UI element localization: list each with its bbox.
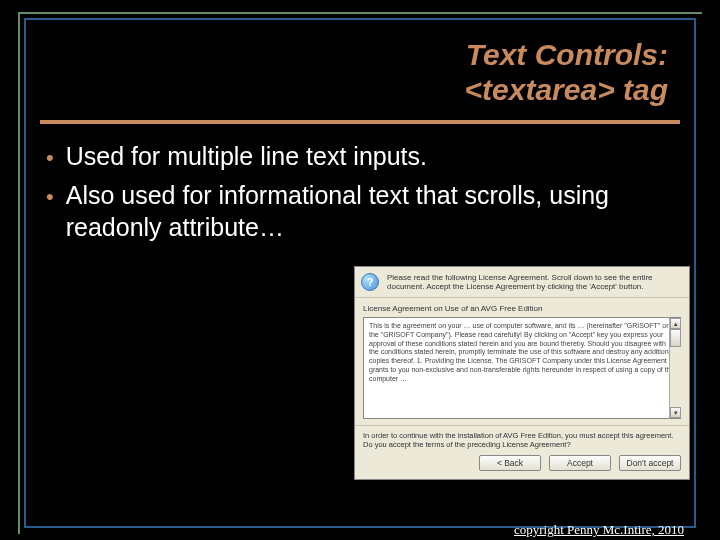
license-dialog: ? Please read the following License Agre… xyxy=(354,266,690,480)
decline-button[interactable]: Don't accept xyxy=(619,455,681,471)
scrollbar[interactable]: ▴ ▾ xyxy=(669,318,681,418)
bullet-text: Used for multiple line text inputs. xyxy=(66,140,427,173)
title-underline xyxy=(40,120,680,124)
bullet-text: Also used for informational text that sc… xyxy=(66,179,674,244)
scroll-down-icon[interactable]: ▾ xyxy=(670,407,681,418)
dialog-instruction-row: ? Please read the following License Agre… xyxy=(355,267,689,298)
dialog-instruction-text: Please read the following License Agreem… xyxy=(387,273,681,291)
title-line1: Text Controls: xyxy=(60,38,668,73)
scroll-thumb[interactable] xyxy=(670,329,681,347)
bullet-item: • Used for multiple line text inputs. xyxy=(46,140,674,173)
license-heading: License Agreement on Use of an AVG Free … xyxy=(363,304,681,313)
dialog-body: License Agreement on Use of an AVG Free … xyxy=(355,298,689,425)
bullet-dot-icon: • xyxy=(46,144,54,173)
bullet-item: • Also used for informational text that … xyxy=(46,179,674,244)
title-line2: <textarea> tag xyxy=(60,73,668,108)
bullet-dot-icon: • xyxy=(46,183,54,212)
bullet-list: • Used for multiple line text inputs. • … xyxy=(46,140,674,250)
accept-button[interactable]: Accept xyxy=(549,455,611,471)
back-button[interactable]: < Back xyxy=(479,455,541,471)
license-textarea[interactable]: This is the agreement on your … use of c… xyxy=(363,317,681,419)
copyright-text: copyright Penny Mc.Intire, 2010 xyxy=(514,522,684,538)
dialog-question: In order to continue with the installati… xyxy=(355,425,689,451)
accent-left-rule xyxy=(18,12,20,534)
question-icon: ? xyxy=(361,273,379,291)
dialog-button-row: < Back Accept Don't accept xyxy=(355,451,689,479)
slide-title: Text Controls: <textarea> tag xyxy=(60,38,668,107)
scroll-up-icon[interactable]: ▴ xyxy=(670,318,681,329)
license-body-text: This is the agreement on your … use of c… xyxy=(369,322,674,382)
